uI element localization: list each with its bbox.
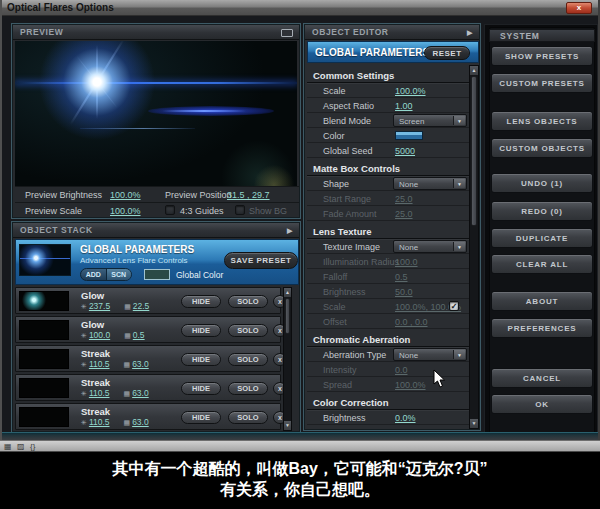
solo-button[interactable]: SOLO <box>228 411 268 424</box>
stack-row[interactable]: Streak ✳110.5▦63.0 HIDE SOLO x <box>15 403 281 430</box>
row-label: Color <box>323 131 345 141</box>
button-label: CANCEL <box>523 374 561 383</box>
preview-position-value[interactable]: 31.5 , 29.7 <box>227 190 270 200</box>
flare-faint-line <box>80 128 196 129</box>
redo-button[interactable]: REDO (0) <box>491 201 593 221</box>
guides-checkbox[interactable] <box>165 205 175 215</box>
global-color-swatch[interactable] <box>144 269 170 280</box>
layer-brightness-value[interactable]: 110.5 <box>89 388 110 398</box>
texture-image-dropdown[interactable]: None ▼ <box>393 240 467 253</box>
preferences-button[interactable]: PREFERENCES <box>491 318 593 338</box>
editor-row-fade-amount: Fade Amount 25.0 <box>307 206 469 221</box>
preview-brightness-label: Preview Brightness <box>25 190 102 200</box>
editor-row-start-range: Start Range 25.0 <box>307 191 469 206</box>
layer-scale-value[interactable]: 22.5 <box>133 301 150 311</box>
ok-button[interactable]: OK <box>491 394 593 414</box>
preview-footer-row: Preview Brightness 100.0% Preview Positi… <box>15 186 299 202</box>
solo-button[interactable]: SOLO <box>228 353 268 366</box>
layer-scale-value[interactable]: 63.0 <box>132 417 149 427</box>
layer-scale-value[interactable]: 0.5 <box>133 330 145 340</box>
scroll-down-icon[interactable]: ▼ <box>284 421 291 430</box>
scale-icon: ▦ <box>124 303 131 310</box>
braces-icon[interactable]: {} <box>30 442 35 451</box>
solo-button[interactable]: SOLO <box>228 324 268 337</box>
clear-all-button[interactable]: CLEAR ALL <box>491 254 593 274</box>
solo-button[interactable]: SOLO <box>228 295 268 308</box>
hide-button[interactable]: HIDE <box>181 382 221 395</box>
layer-thumbnail[interactable] <box>19 349 69 369</box>
stack-row[interactable]: Glow ✳100.0▦0.5 HIDE SOLO x <box>15 316 281 343</box>
preview-scale-value[interactable]: 100.0% <box>110 206 141 216</box>
scrollbar-thumb[interactable] <box>471 76 477 226</box>
scrollbar-thumb[interactable] <box>285 298 290 334</box>
undo-button[interactable]: UNDO (1) <box>491 173 593 193</box>
monitor-icon[interactable] <box>281 29 293 37</box>
solo-button[interactable]: SOLO <box>228 382 268 395</box>
global-parameters-block[interactable]: GLOBAL PARAMETERS Advanced Lens Flare Co… <box>15 239 299 285</box>
layer-brightness-value[interactable]: 110.5 <box>89 417 110 427</box>
shape-dropdown[interactable]: None ▼ <box>393 177 467 190</box>
layer-thumbnail[interactable] <box>19 320 69 340</box>
chevron-down-icon[interactable]: ▼ <box>453 179 465 188</box>
thumb-glow <box>21 291 47 311</box>
stack-scrollbar[interactable]: ▲ ▼ <box>283 287 292 431</box>
panel-arrow-icon[interactable]: ▶ <box>287 223 293 238</box>
chevron-down-icon[interactable]: ▼ <box>453 116 465 125</box>
hide-button[interactable]: HIDE <box>181 353 221 366</box>
layer-thumbnail[interactable] <box>19 291 69 311</box>
preview-image[interactable] <box>15 41 297 186</box>
lens-objects-button[interactable]: LENS OBJECTS <box>491 111 593 131</box>
object-stack-header-label: OBJECT STACK <box>20 225 93 235</box>
row-value[interactable]: 5000 <box>395 146 415 156</box>
global-flare-thumbnail[interactable] <box>19 244 71 276</box>
hide-button[interactable]: HIDE <box>181 295 221 308</box>
row-value[interactable]: 100.0% <box>395 86 426 96</box>
layer-brightness-value[interactable]: 237.5 <box>89 301 110 311</box>
chevron-down-icon[interactable]: ▼ <box>453 350 465 359</box>
cancel-button[interactable]: CANCEL <box>491 368 593 388</box>
close-button[interactable]: x <box>566 2 592 14</box>
chevron-down-icon[interactable]: ▼ <box>453 242 465 251</box>
shade-icon[interactable]: ▨ <box>17 442 25 451</box>
row-value[interactable]: 0.0% <box>395 413 416 423</box>
scroll-up-icon[interactable]: ▲ <box>470 66 478 75</box>
custom-objects-button[interactable]: CUSTOM OBJECTS <box>491 138 593 158</box>
panel-arrow-icon[interactable]: ▶ <box>467 25 473 40</box>
color-swatch[interactable] <box>395 131 423 140</box>
scroll-down-icon[interactable]: ▼ <box>470 419 478 428</box>
hide-button[interactable]: HIDE <box>181 324 221 337</box>
layer-thumbnail[interactable] <box>19 407 69 427</box>
add-button[interactable]: ADD <box>81 269 106 280</box>
scroll-up-icon[interactable]: ▲ <box>284 288 291 297</box>
row-label: Texture Image <box>323 242 380 252</box>
editor-scrollbar[interactable]: ▲ ▼ <box>469 65 479 429</box>
grid-icon[interactable]: ▦ <box>4 442 12 451</box>
layer-thumbnail[interactable] <box>19 378 69 398</box>
blend-mode-dropdown[interactable]: Screen ▼ <box>393 114 467 127</box>
dropdown-value: None <box>399 351 418 360</box>
layer-brightness-value[interactable]: 110.5 <box>89 359 110 369</box>
flare-ellipse-core <box>162 110 247 112</box>
system-panel: SYSTEM SHOW PRESETS CUSTOM PRESETS LENS … <box>484 24 598 437</box>
duplicate-button[interactable]: DUPLICATE <box>491 228 593 248</box>
save-preset-button[interactable]: SAVE PRESET <box>224 252 298 269</box>
layer-scale-value[interactable]: 63.0 <box>132 388 149 398</box>
custom-presets-button[interactable]: CUSTOM PRESETS <box>491 73 593 93</box>
stack-row[interactable]: Streak ✳110.5▦63.0 HIDE SOLO x <box>15 345 281 372</box>
reset-button[interactable]: RESET <box>424 46 470 60</box>
about-button[interactable]: ABOUT <box>491 291 593 311</box>
texture-scale-link-checkbox[interactable]: ✓ <box>449 301 459 311</box>
scn-button[interactable]: SCN <box>106 269 132 280</box>
hide-button[interactable]: HIDE <box>181 411 221 424</box>
stack-row[interactable]: Streak ✳110.5▦63.0 HIDE SOLO x <box>15 374 281 401</box>
thumb-star <box>19 244 56 276</box>
layer-brightness-value[interactable]: 100.0 <box>89 330 110 340</box>
layer-scale-value[interactable]: 63.0 <box>132 359 149 369</box>
title-bar[interactable]: Optical Flares Options x <box>2 0 598 16</box>
row-value[interactable]: 1.00 <box>395 101 413 111</box>
show-presets-button[interactable]: SHOW PRESETS <box>491 46 593 66</box>
aberration-type-dropdown[interactable]: None ▼ <box>393 348 467 361</box>
stack-row[interactable]: Glow ✳237.5▦22.5 HIDE SOLO x <box>15 287 281 314</box>
add-scn-toggle[interactable]: ADD SCN <box>80 268 132 281</box>
preview-brightness-value[interactable]: 100.0% <box>110 190 141 200</box>
